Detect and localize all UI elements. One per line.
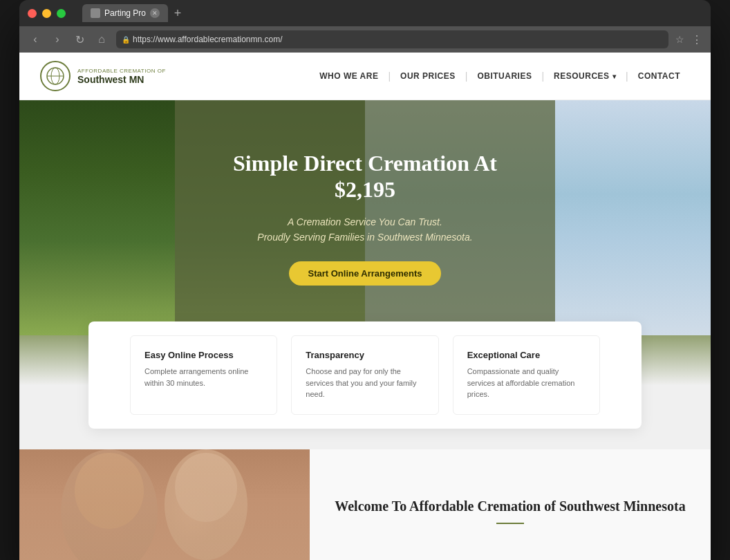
- tab-bar: Parting Pro ✕ +: [82, 3, 187, 23]
- feature-title-2: Exceptional Care: [467, 350, 586, 360]
- feature-desc-2: Compassionate and quality services at af…: [467, 366, 586, 400]
- minimize-button[interactable]: [42, 9, 51, 18]
- nav-who-we-are[interactable]: WHO WE ARE: [310, 71, 388, 81]
- elderly-couple-image: [19, 449, 310, 561]
- hero-subtitle: A Cremation Service You Can Trust. Proud…: [257, 214, 472, 245]
- features-row: Easy Online Process Complete arrangement…: [88, 321, 642, 429]
- logo-text: AFFORDABLE CREMATION OF Southwest MN: [77, 68, 166, 85]
- feature-card-2: Exceptional Care Compassionate and quali…: [453, 335, 600, 415]
- logo-svg: [45, 66, 66, 86]
- feature-desc-0: Complete arrangements online within 30 m…: [144, 366, 263, 389]
- titlebar: Parting Pro ✕ +: [19, 0, 711, 26]
- svg-rect-7: [19, 449, 310, 561]
- nav-obituaries[interactable]: OBITUARIES: [467, 71, 541, 81]
- hero-subtitle-line1: A Cremation Service You Can Trust.: [288, 216, 442, 227]
- url-bar-wrapper: 🔒 https://www.affordablecremationmn.com/: [116, 30, 668, 48]
- url-display[interactable]: https://www.affordablecremationmn.com/: [116, 30, 668, 48]
- hero-title: Simple Direct Cremation At $2,195: [203, 150, 527, 203]
- back-button[interactable]: ‹: [28, 33, 43, 46]
- feature-card-0: Easy Online Process Complete arrangement…: [130, 335, 277, 415]
- feature-desc-1: Choose and pay for only the services tha…: [306, 366, 424, 400]
- feature-title-0: Easy Online Process: [144, 350, 263, 360]
- feature-title-1: Transparency: [306, 350, 424, 360]
- bottom-photo: [19, 449, 310, 561]
- hero-subtitle-line2: Proudly Serving Families in Southwest Mi…: [257, 232, 472, 243]
- tab-favicon: [91, 8, 100, 18]
- reload-button[interactable]: ↻: [72, 33, 87, 46]
- nav-resources-label: RESOURCES: [554, 71, 610, 81]
- nav-resources[interactable]: RESOURCES ▾: [544, 71, 626, 81]
- lock-icon: 🔒: [122, 36, 130, 44]
- nav-contact[interactable]: CONTACT: [628, 71, 690, 81]
- forward-button[interactable]: ›: [50, 33, 65, 46]
- chevron-down-icon: ▾: [612, 73, 617, 80]
- maximize-button[interactable]: [57, 9, 66, 18]
- welcome-divider: [496, 523, 524, 524]
- mac-window: Parting Pro ✕ + ‹ › ↻ ⌂ 🔒 https://www.af…: [19, 0, 711, 560]
- address-bar: ‹ › ↻ ⌂ 🔒 https://www.affordablecrematio…: [19, 26, 711, 53]
- hero-section: Simple Direct Cremation At $2,195 A Crem…: [19, 100, 711, 335]
- welcome-section: Welcome To Affordable Cremation of South…: [310, 449, 711, 561]
- bookmark-icon[interactable]: ☆: [675, 34, 684, 45]
- logo-icon: [40, 61, 71, 91]
- tab-title: Parting Pro: [104, 8, 146, 18]
- logo-main-text: Southwest MN: [77, 74, 166, 85]
- website-content: AFFORDABLE CREMATION OF Southwest MN WHO…: [19, 53, 711, 560]
- bottom-section: Welcome To Affordable Cremation of South…: [19, 449, 711, 561]
- feature-card-1: Transparency Choose and pay for only the…: [291, 335, 438, 415]
- active-tab[interactable]: Parting Pro ✕: [82, 4, 168, 22]
- logo-top-text: AFFORDABLE CREMATION OF: [77, 68, 166, 74]
- hero-cta-button[interactable]: Start Online Arrangements: [289, 261, 442, 286]
- site-navigation: WHO WE ARE | OUR PRICES | OBITUARIES | R…: [310, 71, 690, 82]
- welcome-title: Welcome To Affordable Cremation of South…: [335, 498, 685, 514]
- menu-icon[interactable]: ⋮: [691, 33, 702, 46]
- site-logo: AFFORDABLE CREMATION OF Southwest MN: [40, 61, 166, 91]
- new-tab-button[interactable]: +: [168, 3, 187, 23]
- close-button[interactable]: [28, 9, 37, 18]
- faces-svg: [19, 449, 310, 561]
- nav-our-prices[interactable]: OUR PRICES: [391, 71, 465, 81]
- home-button[interactable]: ⌂: [94, 33, 109, 46]
- site-header: AFFORDABLE CREMATION OF Southwest MN WHO…: [19, 53, 711, 100]
- tab-close-button[interactable]: ✕: [150, 8, 160, 18]
- hero-overlay: Simple Direct Cremation At $2,195 A Crem…: [175, 100, 555, 335]
